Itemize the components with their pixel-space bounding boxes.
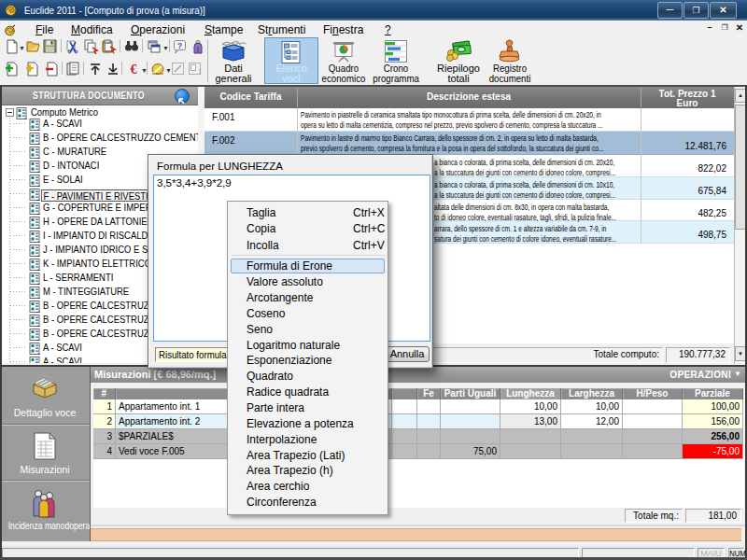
svg-text:?: ?	[177, 41, 183, 50]
svg-text:€: €	[131, 63, 137, 77]
svg-text:1: 1	[198, 67, 203, 76]
